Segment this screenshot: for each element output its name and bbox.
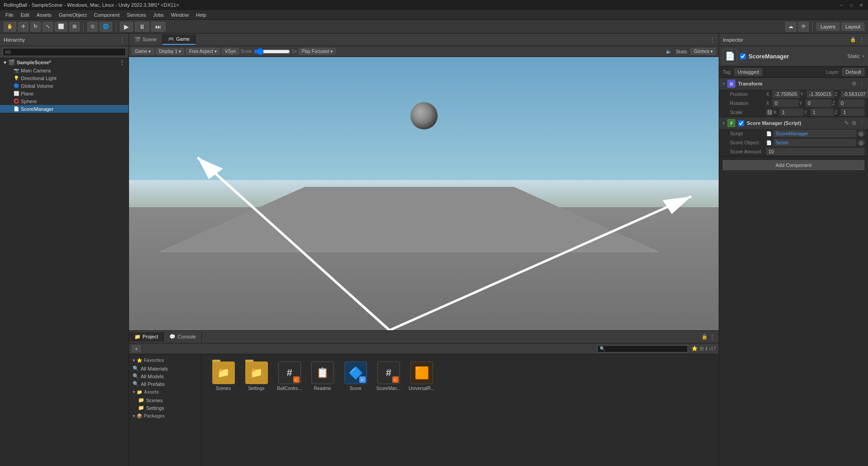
bottom-panel-menu[interactable]: ⋮ xyxy=(710,334,715,340)
scale-x-field[interactable]: 1 xyxy=(780,109,803,116)
asset-readme[interactable]: 📋 Readme xyxy=(308,361,337,391)
scene-menu-icon[interactable]: ⋮ xyxy=(119,59,125,66)
rotation-y-field[interactable]: 0 xyxy=(806,100,831,107)
play-button[interactable]: ▶ xyxy=(120,22,133,32)
script-edit-icon[interactable]: ✎ xyxy=(844,120,849,126)
tab-console[interactable]: 💬Console xyxy=(164,332,201,342)
menu-services[interactable]: Services xyxy=(123,11,149,19)
toolbar-global-btn[interactable]: 🌐 xyxy=(100,22,112,32)
favorites-icon[interactable]: ⭐ xyxy=(692,346,698,352)
hierarchy-item-globalvolume[interactable]: ▸ 🔵 Global Volume xyxy=(0,82,129,90)
assets-section[interactable]: ▾ 📁 Assets xyxy=(129,388,201,396)
position-z-field[interactable]: -0.563107 xyxy=(841,90,868,98)
script-more-icon[interactable]: ⋮ xyxy=(859,120,864,126)
menu-window[interactable]: Window xyxy=(167,11,192,19)
hierarchy-item-scoremanager[interactable]: ▸ 📄 ScoreManager xyxy=(0,105,129,113)
play-focused-btn[interactable]: Play Focused ▾ xyxy=(299,48,336,55)
sidebar-all-materials[interactable]: 🔍 All Materials xyxy=(129,365,201,372)
display-num-selector[interactable]: Display 1 ▾ xyxy=(156,48,184,55)
inspector-menu-icon[interactable]: ⋮ xyxy=(859,37,864,43)
menu-component[interactable]: Component xyxy=(90,11,123,19)
score-manager-section-header[interactable]: ▾ # Score Manager (Script) ✎ ⚙ ⋮ xyxy=(719,117,868,129)
scale-link-icon[interactable]: ⛓ xyxy=(766,109,773,115)
tab-scene[interactable]: 🎬Scene xyxy=(129,35,162,44)
window-controls[interactable]: ─ □ ✕ xyxy=(838,2,864,8)
scale-y-field[interactable]: 1 xyxy=(811,109,834,116)
score-object-picker-icon[interactable]: ◎ xyxy=(858,139,864,146)
script-settings-icon[interactable]: ⚙ xyxy=(852,120,857,126)
sidebar-scenes[interactable]: 📁 Scenes xyxy=(129,396,201,404)
menu-file[interactable]: File xyxy=(2,11,17,19)
vsync-btn[interactable]: VSyn xyxy=(222,48,239,55)
menu-assets[interactable]: Assets xyxy=(33,11,55,19)
transform-settings-icon[interactable]: ⚙ xyxy=(852,81,857,87)
object-active-checkbox[interactable] xyxy=(740,53,746,59)
menu-jobs[interactable]: Jobs xyxy=(150,11,167,19)
collab-btn[interactable]: ⟳ xyxy=(798,22,809,32)
aspect-selector[interactable]: Free Aspect ▾ xyxy=(186,48,220,55)
assets-search-input[interactable] xyxy=(607,346,686,352)
pause-button[interactable]: ⏸ xyxy=(135,22,149,32)
layers-button[interactable]: Layers xyxy=(816,23,839,31)
score-object-value-field[interactable]: Score xyxy=(773,139,856,146)
display-selector[interactable]: Game ▾ xyxy=(132,48,154,55)
menu-gameobject[interactable]: GameObject xyxy=(55,11,91,19)
tab-game[interactable]: 🎮Game xyxy=(162,34,196,45)
rotation-z-field[interactable]: 0 xyxy=(839,100,864,107)
asset-ballcontroller[interactable]: # C BallContro... xyxy=(275,361,304,391)
asset-scenes[interactable]: 📁 Scenes xyxy=(209,361,238,391)
scale-slider[interactable] xyxy=(254,49,290,54)
toolbar-transform-tool[interactable]: ⊞ xyxy=(69,22,80,32)
layer-value-selector[interactable]: Default xyxy=(842,68,864,76)
scale-z-field[interactable]: 1 xyxy=(841,109,864,116)
transform-section-header[interactable]: ▾ ⊞ Transform ⚙ ⋮ xyxy=(719,78,868,90)
layout-button[interactable]: Layout xyxy=(841,23,864,31)
hierarchy-menu-icon[interactable]: ⋮ xyxy=(119,37,125,43)
project-add-button[interactable]: + xyxy=(132,345,141,352)
position-x-field[interactable]: -2.759505 xyxy=(773,90,800,98)
toolbar-rect-tool[interactable]: ⬜ xyxy=(55,22,67,32)
info-icon[interactable]: ℹ xyxy=(706,346,707,352)
tab-project[interactable]: 📁Project xyxy=(129,332,164,342)
cloud-btn[interactable]: ☁ xyxy=(785,22,796,32)
sidebar-all-prefabs[interactable]: 🔍 All Prefabs xyxy=(129,380,201,388)
mute-icon[interactable]: 🔈 xyxy=(666,48,672,54)
filter-icon[interactable]: ⊞ xyxy=(700,346,704,352)
transform-more-icon[interactable]: ⋮ xyxy=(859,81,864,87)
minimize-button[interactable]: ─ xyxy=(838,2,844,8)
gizmos-button[interactable]: Gizmos ▾ xyxy=(691,48,716,55)
hierarchy-search-input[interactable] xyxy=(3,48,126,56)
inspector-lock-icon[interactable]: 🔒 xyxy=(850,37,856,43)
asset-score[interactable]: 🔷 # Score xyxy=(341,361,370,391)
position-y-field[interactable]: -1.350015 xyxy=(807,90,834,98)
toolbar-move-tool[interactable]: ✛ xyxy=(18,22,29,32)
asset-universalr[interactable]: 🟧 UniversalR... xyxy=(407,361,436,391)
script-value-field[interactable]: ScoreManager xyxy=(773,130,856,137)
sidebar-all-models[interactable]: 🔍 All Models xyxy=(129,372,201,380)
step-button[interactable]: ⏭ xyxy=(151,22,166,32)
scene-tabs-menu[interactable]: ⋮ xyxy=(710,37,715,43)
hierarchy-item-samplescene[interactable]: ▾ 🎬 SampleScene* ⋮ xyxy=(0,58,129,67)
toolbar-pivot-btn[interactable]: ⊙ xyxy=(87,22,98,32)
favorites-section[interactable]: ▾ ⭐ Favorites xyxy=(129,356,201,365)
stats-button[interactable]: Stats xyxy=(676,49,687,54)
bottom-panel-lock[interactable]: 🔒 xyxy=(701,334,708,340)
hierarchy-item-directionallight[interactable]: ▸ 💡 Directional Light xyxy=(0,74,129,82)
toolbar-hand-tool[interactable]: ✋ xyxy=(4,22,16,32)
script-active-checkbox[interactable] xyxy=(738,120,744,126)
packages-section[interactable]: ▾ 📦 Packages xyxy=(129,412,201,420)
hierarchy-item-sphere[interactable]: ▸ ⭕ Sphere xyxy=(0,97,129,105)
script-picker-icon[interactable]: ◎ xyxy=(858,130,864,137)
add-component-button[interactable]: Add Component xyxy=(723,160,864,170)
hierarchy-item-maincamera[interactable]: ▸ 📷 Main Camera xyxy=(0,67,129,74)
maximize-button[interactable]: □ xyxy=(848,2,854,8)
toolbar-scale-tool[interactable]: ⤡ xyxy=(43,22,53,32)
rotation-x-field[interactable]: 0 xyxy=(773,100,798,107)
menu-edit[interactable]: Edit xyxy=(17,11,33,19)
hierarchy-item-plane[interactable]: ▸ ⬜ Plane xyxy=(0,90,129,97)
menu-help[interactable]: Help xyxy=(192,11,210,19)
score-amount-field[interactable]: 10 xyxy=(766,148,864,155)
static-dropdown-icon[interactable]: ▾ xyxy=(863,54,864,58)
tag-value-selector[interactable]: Untagged xyxy=(734,68,763,76)
asset-settings[interactable]: 📁 Settings xyxy=(242,361,271,391)
